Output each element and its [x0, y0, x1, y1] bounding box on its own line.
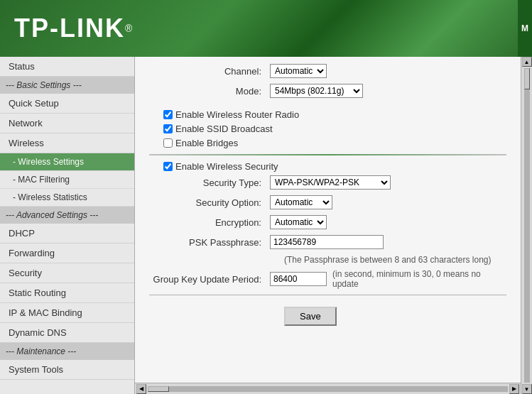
- sidebar-item-dhcp[interactable]: DHCP: [0, 224, 134, 243]
- enable-wireless-row: Enable Wireless Router Radio: [149, 109, 506, 120]
- security-type-row: Security Type: WPA-PSK/WPA2-PSKWEPWPA/WP…: [149, 175, 506, 190]
- security-option-label: Security Option:: [149, 197, 270, 208]
- enable-ssid-label: Enable SSID Broadcast: [175, 124, 273, 134]
- group-key-control: (in second, minimum is 30, 0 means no up…: [270, 269, 506, 289]
- channel-select[interactable]: Automatic123 4567: [270, 64, 327, 78]
- header: TP-LINK® M: [0, 0, 532, 57]
- scroll-track: [148, 386, 508, 392]
- content-panel: Channel: Automatic123 4567 Mode:: [135, 57, 521, 383]
- scroll-right-btn[interactable]: ▶: [509, 384, 519, 394]
- group-key-label: Group Key Update Period:: [149, 274, 270, 285]
- mode-row: Mode: 54Mbps (802.11g)150Mbps (802.11n): [149, 84, 506, 98]
- sidebar-item-systemtools[interactable]: System Tools: [0, 360, 134, 380]
- sidebar-item-forwarding[interactable]: Forwarding: [0, 243, 134, 263]
- enable-ssid-checkbox[interactable]: [163, 124, 173, 133]
- content-area: Channel: Automatic123 4567 Mode:: [135, 57, 521, 394]
- main-layout: Status--- Basic Settings ---Quick SetupN…: [0, 57, 532, 394]
- group-key-input[interactable]: [270, 272, 327, 286]
- sidebar-item-wirelessstatistics[interactable]: - Wireless Statistics: [0, 189, 134, 207]
- security-type-control: WPA-PSK/WPA2-PSKWEPWPA/WPA2: [270, 175, 391, 190]
- sidebar-item-wireless[interactable]: Wireless: [0, 133, 134, 153]
- enable-wireless-label: Enable Wireless Router Radio: [175, 109, 299, 120]
- mode-label: Mode:: [149, 86, 270, 97]
- divider-1: [149, 154, 506, 155]
- enable-security-label: Enable Wireless Security: [175, 161, 278, 172]
- header-right-label: M: [518, 0, 532, 57]
- psk-label: PSK Passphrase:: [149, 237, 270, 248]
- sidebar-item-wirelesssettings[interactable]: - Wireless Settings: [0, 153, 134, 171]
- sidebar-item-network[interactable]: Network: [0, 114, 134, 133]
- passphrase-note: (The Passphrase is between 8 and 63 char…: [149, 255, 506, 265]
- enable-wireless-checkbox[interactable]: [163, 110, 173, 119]
- enable-bridges-row: Enable Bridges: [149, 138, 506, 148]
- divider-2: [149, 295, 506, 295]
- encryption-control: AutomaticTKIPAES: [270, 215, 327, 229]
- enable-bridges-label: Enable Bridges: [175, 138, 238, 148]
- group-key-row: Group Key Update Period: (in second, min…: [149, 269, 506, 289]
- sidebar: Status--- Basic Settings ---Quick SetupN…: [0, 57, 135, 394]
- right-scrollbar[interactable]: ▲ ▼: [521, 57, 532, 394]
- save-button[interactable]: Save: [284, 307, 337, 326]
- enable-security-checkbox[interactable]: [163, 162, 173, 171]
- sidebar-item-security[interactable]: Security: [0, 263, 134, 283]
- channel-control: Automatic123 4567: [270, 64, 327, 78]
- content-inner: Channel: Automatic123 4567 Mode:: [135, 57, 521, 340]
- psk-input[interactable]: [270, 235, 384, 249]
- scroll-up-btn[interactable]: ▲: [522, 57, 532, 67]
- sidebar-item-basicsettings: --- Basic Settings ---: [0, 77, 134, 94]
- encryption-row: Encryption: AutomaticTKIPAES: [149, 215, 506, 229]
- sidebar-item-staticrouting[interactable]: Static Routing: [0, 283, 134, 303]
- enable-security-row: Enable Wireless Security: [149, 161, 506, 172]
- sidebar-item-advancedsettings: --- Advanced Settings ---: [0, 207, 134, 224]
- sidebar-item-maintenance: --- Maintenance ---: [0, 343, 134, 360]
- psk-control: [270, 235, 384, 249]
- security-type-select[interactable]: WPA-PSK/WPA2-PSKWEPWPA/WPA2: [270, 175, 391, 190]
- content-wrapper: Channel: Automatic123 4567 Mode:: [135, 57, 532, 394]
- encryption-select[interactable]: AutomaticTKIPAES: [270, 215, 327, 229]
- security-option-control: AutomaticWPA-PSKWPA2-PSK: [270, 195, 332, 209]
- mode-control: 54Mbps (802.11g)150Mbps (802.11n): [270, 84, 363, 98]
- group-key-note: (in second, minimum is 30, 0 means no up…: [332, 269, 506, 289]
- psk-row: PSK Passphrase:: [149, 235, 506, 249]
- encryption-label: Encryption:: [149, 217, 270, 228]
- logo: TP-LINK: [14, 13, 125, 43]
- scroll-down-btn[interactable]: ▼: [522, 384, 532, 394]
- security-option-select[interactable]: AutomaticWPA-PSKWPA2-PSK: [270, 195, 332, 209]
- mode-select[interactable]: 54Mbps (802.11g)150Mbps (802.11n): [270, 84, 363, 98]
- security-option-row: Security Option: AutomaticWPA-PSKWPA2-PS…: [149, 195, 506, 209]
- scroll-thumb[interactable]: [148, 386, 169, 392]
- right-scroll-thumb[interactable]: [524, 68, 530, 89]
- enable-bridges-checkbox[interactable]: [163, 138, 173, 148]
- sidebar-item-dynamicdns[interactable]: Dynamic DNS: [0, 323, 134, 343]
- bottom-scrollbar[interactable]: ◀ ▶: [135, 383, 521, 394]
- channel-label: Channel:: [149, 66, 270, 77]
- sidebar-item-macfiltering[interactable]: - MAC Filtering: [0, 171, 134, 189]
- security-type-label: Security Type:: [149, 177, 270, 188]
- right-scroll-track: [524, 68, 530, 383]
- scroll-left-btn[interactable]: ◀: [136, 384, 146, 394]
- sidebar-item-quicksetup[interactable]: Quick Setup: [0, 94, 134, 114]
- logo-tm: ®: [125, 23, 132, 34]
- enable-ssid-row: Enable SSID Broadcast: [149, 124, 506, 134]
- sidebar-item-ip&macbinding[interactable]: IP & MAC Binding: [0, 303, 134, 323]
- channel-row: Channel: Automatic123 4567: [149, 64, 506, 78]
- sidebar-item-status[interactable]: Status: [0, 57, 134, 77]
